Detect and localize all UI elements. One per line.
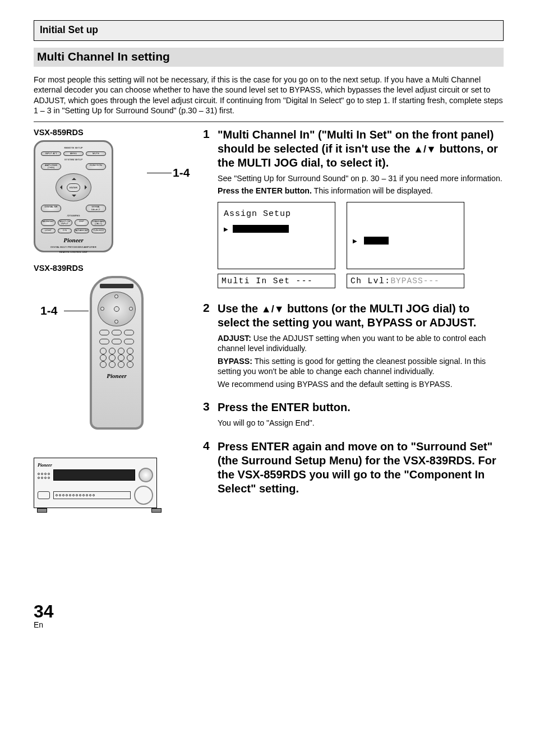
remote-button: STANDARD (2ALC)	[91, 219, 106, 226]
step-number: 2	[203, 302, 213, 391]
step-number: 3	[203, 400, 213, 430]
callout-line	[147, 173, 172, 173]
remote-button: DSP	[75, 219, 89, 226]
osd-cursor-bar	[364, 237, 389, 245]
receiver-illustration: Pioneer	[34, 458, 157, 508]
divider	[34, 121, 504, 122]
step-text: We recommend using BYPASS and the defaul…	[218, 379, 504, 389]
step-2: 2 Use the ▲/▼ buttons (or the MULTI JOG …	[203, 302, 504, 391]
remote-brand: Pioneer	[107, 372, 126, 379]
step-4: 4 Press ENTER again and move on to "Surr…	[203, 440, 504, 499]
step-bold: ADJUST:	[218, 334, 251, 343]
remote-button: INPUT ATT	[41, 151, 61, 156]
step-text: Press the ENTER button. This information…	[218, 186, 504, 196]
remote-label: SYSTEM SETUP	[41, 158, 106, 161]
page-footer: 34 En	[34, 602, 504, 629]
fp-text-ghost: BYPASS	[390, 276, 423, 285]
remote-subtitle: DIGITAL MULTI PROCESSING AMPLIFIER	[41, 246, 106, 248]
remote-button: SIGNAL SELECT	[86, 205, 106, 211]
remote-button: LIGHT	[41, 228, 56, 233]
remote-859-illustration: REMOTE SETUP INPUT ATT MENU MUTE SYSTEM …	[34, 140, 113, 252]
remote-button: FUNCTION	[86, 163, 106, 170]
receiver-knob	[134, 486, 153, 505]
callout-859: 1-4	[173, 166, 190, 179]
remote-ir-window	[100, 284, 133, 288]
callout-839: 1-4	[40, 304, 57, 317]
front-panel-display-1: Multi In Set ---	[218, 274, 335, 288]
cursor-icon: ▶	[353, 238, 357, 244]
step-number: 1	[203, 128, 213, 293]
step-bold: BYPASS:	[218, 357, 252, 366]
step-heading: Use the ▲/▼ buttons (or the MULTI JOG di…	[218, 302, 504, 330]
remote-button: ADVANCED	[74, 228, 89, 233]
osd-cursor-bar	[233, 225, 289, 233]
remote-button: MENU	[63, 151, 84, 156]
step-text-part: This information will be displayed.	[312, 186, 433, 195]
breadcrumb-header: Initial Set up	[34, 20, 504, 41]
page-language: En	[34, 620, 504, 629]
remote-button: D.N	[58, 228, 72, 233]
remote-button-grid	[100, 348, 133, 368]
remote-button: MULTI CH INPUT	[58, 219, 72, 226]
remote-label: REMOTE SETUP	[41, 146, 106, 149]
step-text: You will go to "Assign End".	[218, 418, 504, 428]
remote-button: MUTE	[86, 151, 106, 156]
fp-text: Ch Lvl:	[350, 276, 390, 285]
model-label-839: VSX-839RDS	[34, 264, 192, 273]
updown-icon: ▲/▼	[261, 303, 284, 315]
callout-line	[64, 311, 89, 311]
remote-839-illustration: Pioneer	[90, 276, 144, 430]
remote-brand: Pioneer	[41, 237, 106, 243]
updown-icon: ▲/▼	[413, 144, 436, 155]
receiver-knob	[139, 468, 153, 482]
remote-button: DIGITAL NR	[41, 205, 61, 211]
page-number: 34	[34, 602, 504, 620]
intro-paragraph: For most people this setting will not be…	[34, 75, 504, 116]
fp-text-ghost: ---	[423, 276, 440, 285]
osd-display-1: Assign Setup ▶	[218, 202, 335, 269]
step-text: See "Setting Up for Surround Sound" on p…	[218, 173, 504, 183]
remote-enter-button: ENTER	[67, 183, 81, 191]
step-head-part: Use the	[218, 302, 261, 315]
step-heading: Press the ENTER button.	[218, 400, 504, 414]
cursor-icon: ▶	[224, 226, 228, 232]
section-title: Multi Channel In setting	[34, 48, 504, 67]
step-bold: Press the ENTER button.	[218, 186, 312, 195]
osd-display-2: ▶	[347, 202, 464, 269]
receiver-brand: Pioneer	[38, 463, 153, 468]
remote-dpad: ENTER	[56, 173, 91, 201]
remote-button: AMPLIFIER (THIS)	[41, 163, 61, 170]
step-text-part: Use the ADJUST setting when you want to …	[218, 334, 486, 353]
remote-subtitle: REMOTE CONTROL UNIT	[41, 251, 106, 253]
step-heading: Press ENTER again and move on to "Surrou…	[218, 440, 504, 496]
front-panel-display-2: Ch Lvl:BYPASS---	[347, 274, 464, 288]
step-1: 1 "Multi Channel In" ("Multi In Set" on …	[203, 128, 504, 293]
remote-button: TUN.EDIT	[91, 228, 106, 233]
step-text: ADJUST: Use the ADJUST setting when you …	[218, 333, 504, 354]
step-3: 3 Press the ENTER button. You will go to…	[203, 400, 504, 430]
step-heading: "Multi Channel In" ("Multi In Set" on th…	[218, 128, 504, 170]
remote-button: MIDNIGHT	[41, 219, 56, 226]
osd-title: Assign Setup	[224, 209, 329, 219]
step-text-part: This setting is good for getting the cle…	[218, 357, 486, 376]
step-text: BYPASS: This setting is good for getting…	[218, 356, 504, 377]
step-number: 4	[203, 440, 213, 499]
model-label-859: VSX-859RDS	[34, 128, 192, 137]
remote-label: /DTS/MPEG	[41, 214, 106, 217]
remote-dpad	[98, 292, 136, 326]
